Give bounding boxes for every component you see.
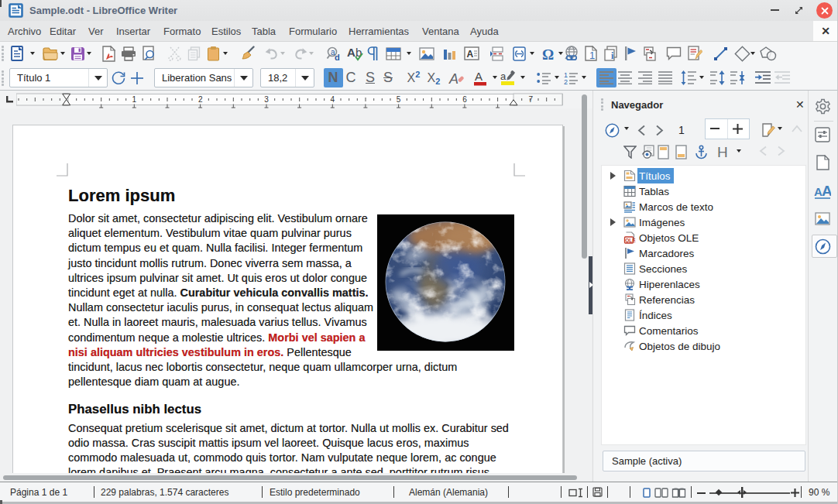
- svg-text:3: 3: [264, 95, 269, 104]
- svg-text:Ω: Ω: [542, 46, 554, 61]
- svg-text:4: 4: [331, 95, 335, 104]
- svg-text:1: 1: [589, 50, 595, 61]
- svg-text:A: A: [347, 46, 355, 59]
- svg-text:2: 2: [564, 78, 568, 85]
- svg-text:a: a: [500, 70, 507, 82]
- svg-text:A: A: [448, 71, 458, 86]
- svg-text:OLE: OLE: [625, 238, 636, 243]
- svg-text:A: A: [822, 184, 831, 199]
- svg-text:1: 1: [132, 95, 137, 104]
- svg-text:7: 7: [529, 95, 534, 104]
- svg-text:6: 6: [462, 95, 467, 104]
- svg-text:d: d: [335, 53, 340, 61]
- svg-text:A: A: [467, 49, 474, 60]
- svg-text:2: 2: [198, 95, 203, 104]
- svg-text:A: A: [475, 70, 483, 83]
- svg-text:5: 5: [397, 95, 401, 104]
